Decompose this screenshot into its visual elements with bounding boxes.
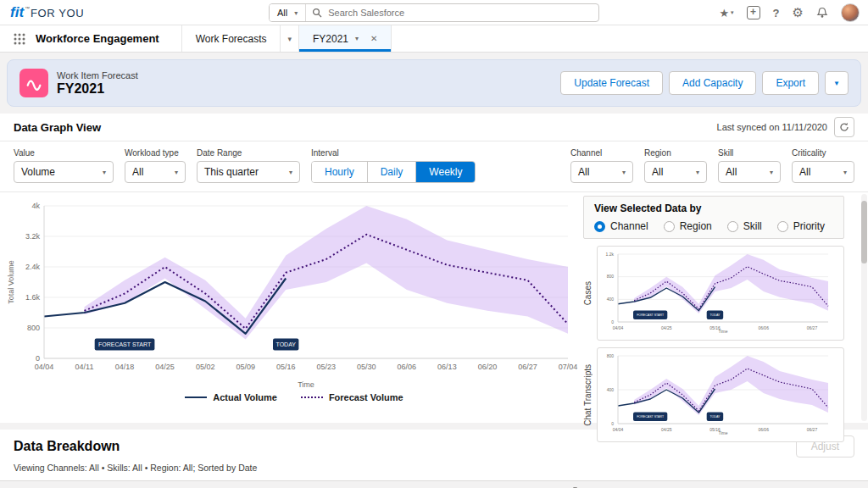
svg-text:FORECAST START: FORECAST START [637, 313, 665, 317]
svg-text:Total Volume: Total Volume [7, 260, 15, 304]
tab-dropdown-button[interactable]: ▾ [281, 25, 299, 52]
svg-text:FORECAST START: FORECAST START [98, 341, 152, 347]
add-capacity-button[interactable]: Add Capacity [669, 71, 756, 95]
svg-text:400: 400 [607, 387, 615, 392]
legend-label: Forecast Volume [329, 392, 403, 402]
svg-text:05/30: 05/30 [357, 363, 376, 371]
setup-button[interactable]: ⚙ [793, 5, 804, 20]
select-value: All [726, 166, 737, 178]
select-value: Volume [21, 166, 55, 178]
svg-text:800: 800 [607, 353, 615, 358]
svg-text:06/13: 06/13 [437, 363, 457, 371]
logo-secondary: FOR YOU [31, 7, 84, 19]
view-selected-data-by: View Selected Data by Channel Region Ski… [583, 196, 844, 239]
tab-fy2021[interactable]: FY2021 ▾ ✕ [299, 25, 392, 52]
radio-region[interactable]: Region [664, 220, 712, 232]
value-select[interactable]: Volume▾ [14, 161, 114, 183]
svg-text:04/04: 04/04 [613, 325, 624, 330]
notifications-button[interactable] [816, 7, 828, 19]
scrollbar-thumb[interactable] [861, 201, 867, 263]
filter-skill: Skill All▾ [718, 148, 781, 183]
filter-interval: Interval Hourly Daily Weekly [311, 148, 476, 183]
svg-text:07/04: 07/04 [559, 363, 578, 371]
interval-weekly-button[interactable]: Weekly [415, 162, 475, 182]
legend-label: Actual Volume [213, 392, 277, 402]
tab-work-forecasts[interactable]: Work Forecasts [182, 25, 281, 52]
breakdown-title: Data Breakdown [14, 439, 120, 454]
svg-text:Time: Time [719, 430, 728, 435]
dropdown-arrow-icon: ▼ [833, 80, 840, 87]
svg-text:06/27: 06/27 [807, 427, 818, 432]
section-title: Data Graph View [14, 121, 101, 134]
criticality-select[interactable]: All▾ [792, 161, 854, 183]
skill-select[interactable]: All▾ [718, 161, 781, 183]
svg-text:05/02: 05/02 [196, 363, 215, 371]
interval-hourly-button[interactable]: Hourly [312, 162, 367, 182]
global-actions-button[interactable]: + [747, 6, 760, 19]
tab-label: Work Forecasts [196, 33, 267, 45]
mini-chart-chat-card: 040080004/0404/2505/1606/0606/27TimeFORE… [597, 347, 844, 442]
search-scope-dropdown[interactable]: All ▾ [270, 4, 306, 21]
favorites-star-icon: ★ [719, 7, 729, 19]
chevron-down-icon: ▾ [294, 9, 298, 17]
update-forecast-button[interactable]: Update Forecast [560, 71, 663, 95]
date-range-select[interactable]: This quarter▾ [197, 161, 300, 183]
filter-channel: Channel All▾ [570, 148, 633, 183]
select-value: All [132, 166, 143, 178]
favorites-button[interactable]: ★▾ [719, 7, 733, 19]
view-by-title: View Selected Data by [594, 202, 833, 214]
refresh-button[interactable] [834, 117, 854, 137]
user-avatar[interactable] [841, 3, 860, 22]
svg-text:04/25: 04/25 [661, 427, 672, 432]
record-title-block: Work Item Forecast FY2021 [57, 70, 138, 97]
svg-text:0: 0 [611, 421, 614, 426]
app-launcher-button[interactable] [0, 25, 36, 52]
filter-label: Criticality [792, 148, 854, 158]
svg-text:1.6k: 1.6k [25, 293, 41, 302]
dotted-line-swatch [301, 396, 323, 398]
radio-icon [777, 221, 788, 232]
filter-value: Value Volume▾ [14, 148, 114, 183]
close-icon[interactable]: ✕ [370, 34, 377, 43]
app-logo: fit ™ FOR YOU [10, 4, 84, 21]
svg-text:04/04: 04/04 [35, 363, 54, 371]
svg-text:4k: 4k [31, 202, 40, 210]
region-select[interactable]: All▾ [644, 161, 707, 183]
radio-channel[interactable]: Channel [594, 220, 648, 232]
chevron-down-icon: ▾ [103, 169, 106, 176]
chat-transcripts-mini-chart: 040080004/0404/2505/1606/0606/27TimeFORE… [599, 350, 835, 436]
channel-select[interactable]: All▾ [570, 161, 633, 183]
workspace-tab-bar: Workforce Engagement Work Forecasts ▾ FY… [0, 25, 868, 53]
interval-button-group: Hourly Daily Weekly [311, 161, 476, 183]
search-input[interactable] [306, 8, 598, 18]
more-actions-button[interactable]: ▼ [825, 71, 849, 95]
app-name: Workforce Engagement [36, 25, 182, 52]
header-utility-icons: ★▾ + ? ⚙ [719, 0, 860, 25]
filter-label: Interval [311, 148, 476, 158]
graph-view-header: Data Graph View Last synced on 11/11/202… [0, 114, 868, 141]
work-item-forecast-icon [19, 69, 48, 97]
svg-text:FORECAST START: FORECAST START [637, 415, 665, 419]
legend-forecast-volume: Forecast Volume [301, 392, 403, 402]
svg-text:TODAY: TODAY [275, 341, 296, 347]
svg-text:04/25: 04/25 [661, 325, 672, 330]
radio-skill[interactable]: Skill [727, 220, 762, 232]
workload-type-select[interactable]: All▾ [125, 161, 186, 183]
radio-icon [594, 221, 605, 232]
interval-daily-button[interactable]: Daily [367, 162, 416, 182]
breakdown-filter-summary: Viewing Channels: All • Skills: All • Re… [0, 458, 868, 480]
global-search: All ▾ [269, 3, 599, 22]
help-button[interactable]: ? [773, 7, 780, 19]
page-header-region: Work Item Forecast FY2021 Update Forecas… [0, 53, 868, 114]
svg-text:800: 800 [607, 274, 615, 279]
scrollbar-track[interactable] [861, 194, 867, 421]
chevron-down-icon: ▾ [289, 169, 292, 176]
export-button[interactable]: Export [762, 71, 819, 95]
svg-text:3.2k: 3.2k [25, 232, 41, 241]
filter-region: Region All▾ [644, 148, 707, 183]
svg-text:Time: Time [298, 380, 314, 389]
svg-text:06/27: 06/27 [807, 325, 818, 330]
radio-priority[interactable]: Priority [777, 220, 825, 232]
svg-text:04/11: 04/11 [75, 363, 94, 371]
chevron-down-icon: ▾ [731, 9, 734, 16]
